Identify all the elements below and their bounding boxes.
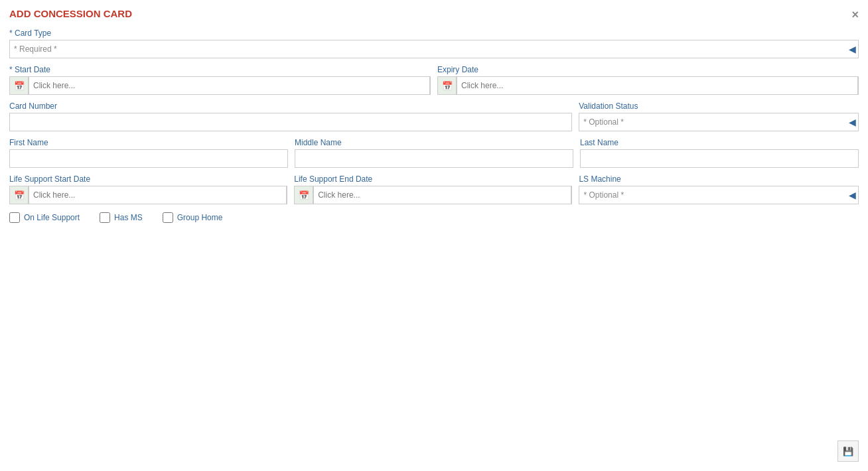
validation-status-label: Validation Status	[579, 101, 859, 111]
last-name-input[interactable]	[580, 149, 859, 168]
card-number-validation-row: Card Number Validation Status * Optional…	[9, 101, 859, 131]
middle-name-group: Middle Name	[295, 138, 573, 168]
middle-name-input[interactable]	[295, 149, 573, 168]
name-row: First Name Middle Name Last Name	[9, 138, 859, 168]
has-ms-checkbox[interactable]	[100, 212, 110, 223]
save-icon: 💾	[843, 446, 853, 456]
life-support-end-input[interactable]	[313, 186, 571, 204]
ls-machine-group: LS Machine * Optional * ◀	[579, 174, 859, 204]
start-date-calendar-icon[interactable]: 📅	[10, 77, 29, 94]
group-home-checkbox[interactable]	[163, 212, 173, 223]
life-support-start-calendar-icon[interactable]: 📅	[10, 186, 29, 204]
expiry-date-group: Expiry Date 📅	[437, 65, 859, 95]
last-name-group: Last Name	[580, 138, 859, 168]
life-support-start-input[interactable]	[29, 186, 287, 204]
expiry-date-input[interactable]	[457, 76, 858, 95]
has-ms-label[interactable]: Has MS	[114, 213, 143, 222]
form-section: * Card Type * Required * ◀ * Start Date …	[9, 29, 859, 223]
expiry-date-label: Expiry Date	[437, 65, 859, 74]
on-life-support-label[interactable]: On Life Support	[24, 213, 80, 222]
life-support-start-label: Life Support Start Date	[9, 174, 287, 184]
has-ms-item: Has MS	[100, 212, 143, 223]
card-type-select[interactable]: * Required *	[9, 40, 859, 58]
group-home-item: Group Home	[163, 212, 223, 223]
page-title: ADD CONCESSION CARD	[9, 8, 859, 19]
card-number-input[interactable]	[9, 113, 572, 131]
save-button[interactable]: 💾	[837, 440, 859, 462]
card-type-select-wrapper: * Required * ◀	[9, 40, 859, 58]
ls-machine-select-wrapper: * Optional * ◀	[579, 186, 859, 204]
ls-machine-select[interactable]: * Optional *	[579, 186, 859, 204]
start-date-input[interactable]	[29, 76, 430, 95]
life-support-end-label: Life Support End Date	[294, 174, 572, 184]
life-support-start-group: Life Support Start Date 📅	[9, 174, 287, 204]
validation-status-select-wrapper: * Optional * ◀	[579, 113, 859, 131]
start-expiry-row: * Start Date 📅 Expiry Date 📅	[9, 65, 859, 95]
life-support-end-calendar-icon[interactable]: 📅	[295, 186, 313, 204]
first-name-label: First Name	[9, 138, 288, 147]
validation-status-group: Validation Status * Optional * ◀	[579, 101, 859, 131]
start-date-label: * Start Date	[9, 65, 431, 74]
first-name-group: First Name	[9, 138, 288, 168]
life-support-start-field[interactable]: 📅	[9, 186, 287, 204]
ls-machine-label: LS Machine	[579, 174, 859, 184]
close-button[interactable]: ×	[851, 8, 859, 22]
validation-status-select[interactable]: * Optional *	[579, 113, 859, 131]
first-name-input[interactable]	[9, 149, 288, 168]
card-type-row: * Card Type * Required * ◀	[9, 29, 859, 58]
card-type-label: * Card Type	[9, 29, 859, 38]
start-date-group: * Start Date 📅	[9, 65, 431, 95]
life-support-row: Life Support Start Date 📅 Life Support E…	[9, 174, 859, 204]
start-date-field[interactable]: 📅	[9, 76, 431, 95]
middle-name-label: Middle Name	[295, 138, 573, 147]
expiry-date-calendar-icon[interactable]: 📅	[438, 77, 457, 94]
life-support-end-field[interactable]: 📅	[294, 186, 572, 204]
on-life-support-item: On Life Support	[9, 212, 80, 223]
last-name-label: Last Name	[580, 138, 859, 147]
checkbox-row: On Life Support Has MS Group Home	[9, 212, 859, 223]
group-home-label[interactable]: Group Home	[177, 213, 223, 222]
expiry-date-field[interactable]: 📅	[437, 76, 859, 95]
life-support-end-group: Life Support End Date 📅	[294, 174, 572, 204]
card-number-label: Card Number	[9, 101, 572, 111]
card-number-group: Card Number	[9, 101, 572, 131]
on-life-support-checkbox[interactable]	[9, 212, 20, 223]
